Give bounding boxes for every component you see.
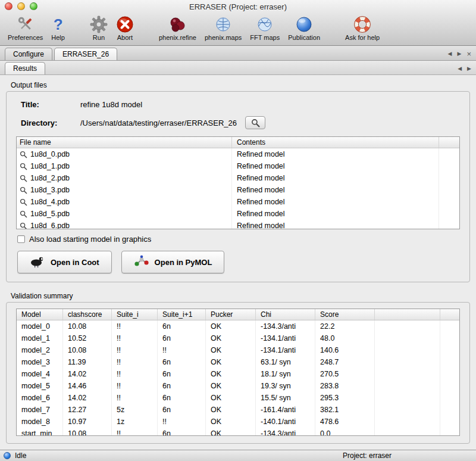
validation-table-row[interactable]: model_210.08!!!!OK-134.1/anti140.6 bbox=[17, 344, 459, 356]
title-field-row: Title: refine 1u8d model bbox=[21, 100, 455, 109]
validation-table-row[interactable]: start_min10.08!!6nOK-134.3/anti0.0 bbox=[17, 428, 459, 436]
column-header-model[interactable]: Model bbox=[17, 309, 63, 320]
model-cell: model_1 bbox=[17, 332, 63, 344]
pymol-molecule-icon bbox=[134, 255, 149, 270]
chi-cell: -134.3/anti bbox=[256, 428, 315, 436]
open-in-pymol-button[interactable]: Open in PyMOL bbox=[121, 251, 225, 273]
checkbox-box[interactable] bbox=[17, 235, 25, 243]
toolbar-button-help[interactable]: ? Help bbox=[47, 14, 69, 42]
erraser-window: ERRASER (Project: erraser) bbox=[0, 0, 476, 461]
pucker-cell: OK bbox=[206, 416, 256, 428]
chi-cell: 63.1/ syn bbox=[256, 356, 315, 368]
fill-cell bbox=[440, 392, 459, 404]
file-name-cell: 1u8d_6.pdb bbox=[17, 220, 232, 229]
toolbar-button-publication[interactable]: Publication bbox=[284, 14, 324, 42]
column-header-file-name[interactable]: File name bbox=[17, 137, 232, 148]
toolbar-button-phenix-maps[interactable]: phenix.maps bbox=[201, 14, 246, 42]
validation-table-row[interactable]: model_311.39!!6nOK63.1/ syn248.7 bbox=[17, 356, 459, 368]
directory-value: /Users/nat/data/testing/erraser/ERRASER_… bbox=[80, 119, 237, 127]
phenix-refine-icon bbox=[168, 15, 187, 34]
close-window-button[interactable] bbox=[5, 2, 12, 10]
validation-table-row[interactable]: model_414.02!!6nOK18.1/ syn270.5 bbox=[17, 368, 459, 380]
clashscore-cell: 10.08 bbox=[63, 428, 112, 436]
extra-cell bbox=[375, 392, 440, 404]
validation-table-row[interactable]: model_810.971z!!OK-140.1/anti478.6 bbox=[17, 416, 459, 428]
validation-summary-group: Model clashscore Suite_i Suite_i+1 Pucke… bbox=[6, 302, 470, 444]
clashscore-cell: 10.08 bbox=[63, 344, 112, 356]
extra-cell bbox=[375, 404, 440, 416]
file-contents-cell: Refined model bbox=[232, 208, 439, 220]
pucker-cell: OK bbox=[206, 428, 256, 436]
file-table-row[interactable]: 1u8d_3.pdbRefined model bbox=[17, 184, 459, 196]
toolbar-button-ask-for-help[interactable]: Ask for help bbox=[341, 14, 384, 42]
column-header-fill bbox=[440, 309, 459, 320]
file-table-row[interactable]: 1u8d_5.pdbRefined model bbox=[17, 208, 459, 220]
pucker-cell: OK bbox=[206, 344, 256, 356]
suite-i1-cell: 6n bbox=[158, 368, 206, 380]
tab-results[interactable]: Results bbox=[5, 62, 45, 74]
column-header-suite-i1[interactable]: Suite_i+1 bbox=[158, 309, 206, 320]
validation-table-row[interactable]: model_514.46!!6nOK19.3/ syn283.8 bbox=[17, 380, 459, 392]
magnifier-icon bbox=[20, 151, 27, 158]
title-label: Title: bbox=[21, 100, 80, 109]
fill-cell bbox=[440, 344, 459, 356]
tab-scroll-right-icon[interactable]: ▶ bbox=[457, 51, 461, 57]
file-name-cell: 1u8d_4.pdb bbox=[17, 196, 232, 208]
suite-i1-cell: 6n bbox=[158, 380, 206, 392]
publication-icon bbox=[295, 15, 313, 34]
file-table-body: 1u8d_0.pdbRefined model1u8d_1.pdbRefined… bbox=[17, 148, 459, 229]
checkbox-label: Also load starting model in graphics bbox=[29, 235, 151, 244]
validation-table-body: model_010.08!!6nOK-134.3/anti22.2model_1… bbox=[17, 320, 459, 436]
column-header-contents[interactable]: Contents bbox=[232, 137, 439, 148]
column-header-clashscore[interactable]: clashscore bbox=[63, 309, 112, 320]
column-header-chi[interactable]: Chi bbox=[256, 309, 315, 320]
tab-configure[interactable]: Configure bbox=[5, 48, 52, 60]
file-table-row[interactable]: 1u8d_2.pdbRefined model bbox=[17, 172, 459, 184]
traffic-lights bbox=[5, 2, 37, 10]
validation-table-row[interactable]: model_614.02!!6nOK15.5/ syn295.3 bbox=[17, 392, 459, 404]
tab-scroll-left-icon[interactable]: ◀ bbox=[448, 51, 452, 57]
tab-close-icon[interactable]: × bbox=[466, 51, 471, 57]
fill-cell bbox=[440, 332, 459, 344]
column-header-score[interactable]: Score bbox=[315, 309, 375, 320]
validation-table-row[interactable]: model_010.08!!6nOK-134.3/anti22.2 bbox=[17, 320, 459, 332]
clashscore-cell: 14.02 bbox=[63, 368, 112, 380]
extra-cell bbox=[375, 332, 440, 344]
sub-tab-scroll-right-icon[interactable]: ▶ bbox=[467, 66, 471, 71]
file-extra-cell bbox=[439, 160, 459, 172]
column-header-pucker[interactable]: Pucker bbox=[206, 309, 256, 320]
sub-tab-scroll-left-icon[interactable]: ◀ bbox=[458, 66, 462, 71]
output-files-group: Title: refine 1u8d model Directory: /Use… bbox=[6, 91, 470, 282]
file-extra-cell bbox=[439, 220, 459, 229]
toolbar-button-fft-maps[interactable]: FFT maps bbox=[246, 14, 284, 42]
model-cell: model_4 bbox=[17, 368, 63, 380]
clashscore-cell: 10.08 bbox=[63, 320, 112, 332]
load-starting-model-checkbox[interactable]: Also load starting model in graphics bbox=[17, 235, 459, 244]
validation-table-row[interactable]: model_110.52!!6nOK-134.1/anti48.0 bbox=[17, 332, 459, 344]
column-header-suite-i[interactable]: Suite_i bbox=[112, 309, 158, 320]
file-table-row[interactable]: 1u8d_1.pdbRefined model bbox=[17, 160, 459, 172]
chi-cell: -134.1/anti bbox=[256, 332, 315, 344]
toolbar-button-preferences[interactable]: Preferences bbox=[4, 14, 47, 42]
fill-cell bbox=[440, 320, 459, 332]
validation-table-header: Model clashscore Suite_i Suite_i+1 Pucke… bbox=[17, 309, 459, 320]
clashscore-cell: 10.97 bbox=[63, 416, 112, 428]
titlebar[interactable]: ERRASER (Project: erraser) bbox=[0, 0, 476, 13]
file-table-row[interactable]: 1u8d_4.pdbRefined model bbox=[17, 196, 459, 208]
suite-i-cell: !! bbox=[112, 344, 158, 356]
toolbar-button-phenix-refine[interactable]: phenix.refine bbox=[155, 14, 201, 42]
file-contents-cell: Refined model bbox=[232, 196, 439, 208]
open-in-coot-button[interactable]: Open in Coot bbox=[17, 251, 112, 273]
toolbar-button-run[interactable]: Run bbox=[86, 14, 112, 42]
minimize-window-button[interactable] bbox=[17, 2, 25, 10]
zoom-window-button[interactable] bbox=[30, 2, 37, 10]
toolbar-button-abort[interactable]: Abort bbox=[112, 14, 138, 42]
tab-erraser-26[interactable]: ERRASER_26 bbox=[54, 48, 117, 60]
directory-browse-button[interactable] bbox=[245, 116, 265, 129]
validation-table-row[interactable]: model_712.275z6nOK-161.4/anti382.1 bbox=[17, 404, 459, 416]
validation-table: Model clashscore Suite_i Suite_i+1 Pucke… bbox=[16, 309, 460, 436]
toolbar-label: Help bbox=[51, 34, 65, 41]
score-cell: 22.2 bbox=[315, 320, 375, 332]
file-table-row[interactable]: 1u8d_6.pdbRefined model bbox=[17, 220, 459, 229]
file-table-row[interactable]: 1u8d_0.pdbRefined model bbox=[17, 148, 459, 160]
